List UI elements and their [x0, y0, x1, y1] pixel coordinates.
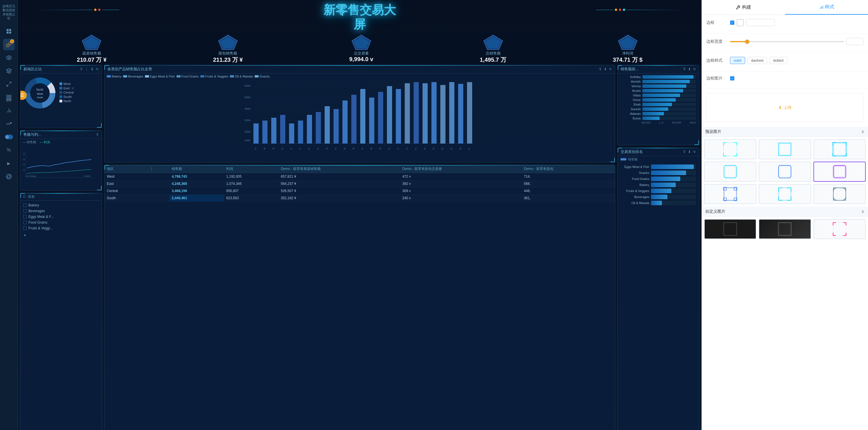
col-profit: 利润	[224, 165, 278, 173]
persons-refresh[interactable]: ↻	[693, 67, 696, 71]
border-width-section: 边框宽度 10	[702, 34, 868, 53]
style-dashed[interactable]: dashed	[747, 57, 767, 64]
sidebar-toggle-icon[interactable]	[3, 131, 14, 143]
refresh-icon[interactable]: ↻	[96, 67, 99, 71]
bar-chart-svg: 600K 500K 400K 300K 200K 100K	[104, 81, 615, 150]
metric-bread: 面包销售额 211.23 万 ¥	[213, 34, 243, 64]
sidebar-arrow-icon[interactable]: ▶	[3, 158, 14, 169]
frame-rounded-glow[interactable]	[758, 162, 811, 182]
custom-frame-black[interactable]	[704, 219, 756, 239]
svg-text:2021-09: 2021-09	[270, 147, 275, 150]
frame-square-glow[interactable]	[758, 184, 811, 204]
cat-refresh[interactable]: ↻	[693, 150, 696, 154]
svg-text:2021-12: 2021-12	[296, 147, 302, 150]
svg-text:North: North	[36, 88, 43, 91]
svg-line-7	[7, 85, 8, 86]
sidebar-layers-icon[interactable]	[3, 65, 14, 76]
sidebar-chain-icon[interactable]: 1	[3, 39, 14, 50]
frame-rounded-cyan[interactable]	[704, 162, 756, 182]
table-scroll-area[interactable]: 地区 ⋮ 销售额 利润 Demo - 新零售果蔬销售额 Demo - 新零售面包…	[104, 165, 615, 202]
persons-filter[interactable]: ⊽	[683, 67, 686, 71]
svg-text:2021-10: 2021-10	[278, 147, 284, 150]
svg-rect-67	[316, 112, 321, 144]
custom-frame-gradient[interactable]	[758, 219, 811, 239]
sidebar-grid-icon[interactable]	[3, 26, 14, 37]
slider-thumb[interactable]	[745, 40, 749, 43]
filter-collapse[interactable]: ▲	[23, 231, 99, 239]
sidebar-percent-icon[interactable]: %	[3, 144, 14, 156]
bar-download-icon[interactable]: ⬇	[604, 67, 607, 71]
frame-square-blue[interactable]	[704, 184, 756, 204]
bar-refresh-icon[interactable]: ↻	[609, 67, 612, 71]
custom-frame-pink[interactable]	[813, 219, 866, 239]
svg-rect-81	[440, 85, 445, 144]
download-icon[interactable]: ⬇	[91, 67, 94, 71]
sidebar-planet-icon[interactable]	[3, 171, 14, 182]
build-icon	[736, 5, 740, 10]
filter-item-fruits[interactable]: Fruits & Veggi...	[23, 225, 99, 231]
svg-rect-139	[833, 223, 846, 236]
tab-build[interactable]: 构建	[702, 0, 785, 14]
frame-rounded-purple[interactable]	[813, 162, 866, 182]
svg-rect-2	[7, 32, 9, 34]
border-style-label: 边框样式	[706, 58, 726, 63]
filter-item-beverages[interactable]: Beverages	[23, 208, 99, 214]
border-value-input[interactable]: transparent	[746, 19, 775, 26]
svg-marker-5	[6, 69, 11, 71]
svg-rect-74	[378, 92, 383, 144]
border-color-preview[interactable]	[737, 19, 744, 26]
cat-filter[interactable]: ⊽	[683, 150, 686, 154]
sidebar-resize-icon[interactable]	[3, 79, 14, 90]
persons-download[interactable]: ⬇	[688, 67, 691, 71]
frame-cyan-corner[interactable]	[704, 139, 756, 159]
frame-cyan-double[interactable]	[813, 139, 866, 159]
svg-text:300K: 300K	[245, 119, 251, 122]
frame-cyan-glow[interactable]	[758, 139, 811, 159]
donut-panel-icons: ⊽ ⋮ ⬇ ↻	[80, 67, 99, 71]
custom-section-header[interactable]: 自定义图片 ∧	[702, 206, 868, 217]
preset-section-header[interactable]: 预设图片 ∧	[702, 127, 868, 137]
style-dotted[interactable]: dotted	[769, 57, 787, 64]
sidebar-eye-icon[interactable]	[3, 52, 14, 63]
frame-dark-arched[interactable]	[813, 184, 866, 204]
svg-text:2023-01: 2023-01	[412, 147, 417, 150]
svg-text:2022-04: 2022-04	[332, 147, 337, 150]
svg-rect-66	[307, 115, 312, 144]
style-solid[interactable]: solid	[730, 57, 745, 64]
persons-bars: Krithika Amrish Verma Arutra Vidya Vinne…	[618, 73, 699, 126]
center-column: 各类别产品销售额占比走势 ⊽ ⬇ ↻ Bakery Beverages Eggs…	[104, 65, 615, 430]
metric-total-vol: 总交易量 9,994.0 v	[349, 34, 373, 64]
line-panel-icons: ⊽	[96, 133, 99, 136]
bar-filter-icon[interactable]: ⊽	[599, 67, 601, 71]
line-panel-header: 售额与利... ⊽	[20, 131, 102, 139]
border-section: 边框 ✓ transparent	[702, 15, 868, 34]
svg-text:万: 万	[23, 153, 25, 155]
cell-veg: 526,507 ¥	[278, 187, 400, 194]
sidebar-transform-icon[interactable]	[3, 118, 14, 129]
sidebar-parts-icon[interactable]: 部件	[3, 92, 14, 103]
border-width-input[interactable]: 10	[846, 38, 863, 45]
line-panel-filter[interactable]: ⊽	[96, 133, 99, 136]
col-menu[interactable]: ⋮	[148, 165, 169, 173]
bar-panel-icons: ⊽ ⬇ ↻	[599, 67, 612, 71]
edit-icon[interactable]: ⋮	[85, 67, 88, 71]
cell-region: Central	[104, 187, 148, 194]
border-checkbox[interactable]: ✓	[730, 20, 735, 25]
tab-style[interactable]: 样式	[785, 0, 868, 14]
filter-item-eggs[interactable]: Eggs Meat & F...	[23, 214, 99, 220]
filter-icon[interactable]: ⊽	[80, 67, 83, 71]
cat-download[interactable]: ⬇	[688, 150, 691, 154]
cell-bread-v: 309 v	[400, 187, 522, 194]
filter-item-food[interactable]: Food Grains	[23, 220, 99, 225]
sidebar-bar-icon[interactable]	[3, 105, 14, 116]
search-bar: 搜索	[20, 193, 102, 201]
col-veg: Demo - 新零售果蔬销售额	[278, 165, 400, 173]
border-image-checkbox[interactable]: ✓	[730, 76, 735, 81]
cell-bread-v: 240 v	[400, 194, 522, 202]
upload-button[interactable]: ⬆ 上传	[778, 105, 792, 110]
filter-item-bakery[interactable]: Bakery	[23, 203, 99, 208]
upload-area[interactable]: ⬆ 上传	[706, 93, 863, 122]
svg-text:2022-09: 2022-09	[376, 147, 382, 150]
upload-section: ⬆ 上传	[704, 91, 866, 124]
cell-bread-x: 448,	[522, 187, 615, 194]
